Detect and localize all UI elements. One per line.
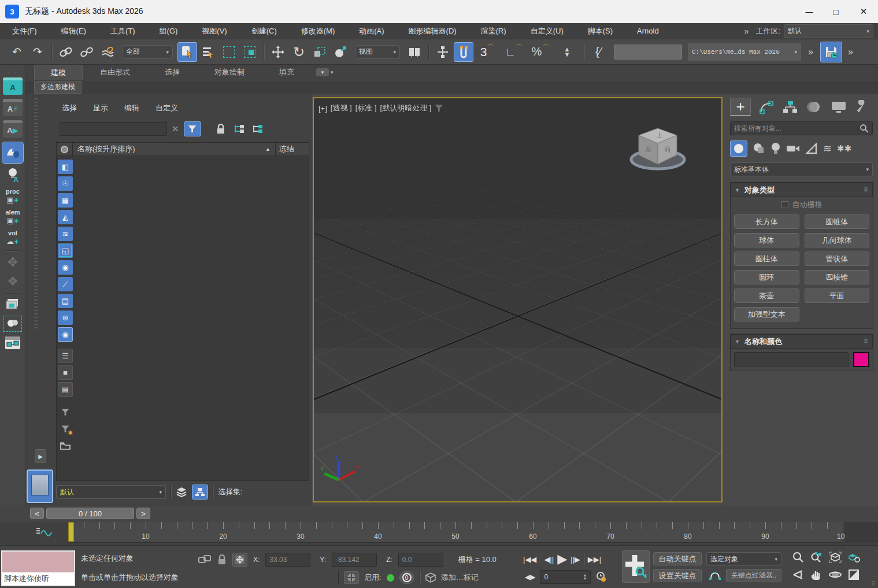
tab-utilities[interactable] xyxy=(855,100,870,114)
category-lights-button[interactable] xyxy=(770,142,781,155)
snaps-toggle-button[interactable] xyxy=(454,42,473,62)
tab-motion[interactable] xyxy=(806,100,823,114)
cone-button[interactable]: 圆锥体 xyxy=(805,215,870,229)
tab-selection[interactable]: 选择 xyxy=(147,67,197,77)
tab-hierarchy[interactable] xyxy=(782,100,798,114)
tab-modify[interactable] xyxy=(759,100,774,114)
arnold-volume-button[interactable]: vol☁+ xyxy=(6,230,19,246)
maxscript-listener-button[interactable]: {⁄ xyxy=(588,42,608,62)
expand-panel-button[interactable]: ▶ xyxy=(35,449,46,463)
go-to-end-button[interactable]: ▶▶| xyxy=(588,555,601,564)
clear-search-icon[interactable]: ✕ xyxy=(172,124,179,134)
panel-drag-handle[interactable] xyxy=(34,98,38,330)
percent-snap-button[interactable]: %⌒ xyxy=(528,42,553,62)
explorer-menu-customize[interactable]: 自定义 xyxy=(155,103,178,113)
named-selection-input[interactable] xyxy=(614,45,682,60)
arnold-procedural-button[interactable]: proc▣+ xyxy=(6,188,20,205)
name-color-rollout-header[interactable]: ▼ 名称和颜色 ⠿ xyxy=(731,334,873,349)
menu-arnold[interactable]: Arnold xyxy=(625,23,671,39)
enable-state-dot[interactable] xyxy=(387,574,394,582)
geosphere-button[interactable]: 几何球体 xyxy=(805,233,870,247)
coord-y-field[interactable]: -83.142 xyxy=(332,553,377,567)
select-and-move-button[interactable] xyxy=(268,42,288,62)
ribbon-panel-polymodeling[interactable]: 多边形建模 xyxy=(34,81,81,94)
maximize-viewport-toggle[interactable] xyxy=(846,568,861,582)
viewcube[interactable]: 上 左 前 xyxy=(626,121,690,179)
textplus-button[interactable]: 加强型文本 xyxy=(734,307,799,321)
cylinder-button[interactable]: 圆柱体 xyxy=(734,252,799,266)
viewport[interactable]: [+] [透视 ] [标准 ] [默认明暗处理 ] 上 左 前 z y x xyxy=(313,97,723,502)
close-button[interactable]: ✕ xyxy=(849,0,878,23)
viewport-standard-label[interactable]: [标准 ] xyxy=(355,103,377,113)
select-and-link-button[interactable] xyxy=(56,42,76,62)
explorer-list-body[interactable] xyxy=(56,156,309,481)
selected-filter-dropdown[interactable]: 选定对象 ▾ xyxy=(706,552,781,566)
explorer-filter-button[interactable] xyxy=(184,121,201,136)
explorer-lock-button[interactable] xyxy=(216,124,225,134)
torus-button[interactable]: 圆环 xyxy=(734,270,799,284)
use-pivot-point-button[interactable] xyxy=(405,42,424,62)
orbit-button[interactable] xyxy=(828,568,843,582)
new-key-settings-button[interactable] xyxy=(706,569,724,582)
time-slider-display[interactable]: 0 / 100 xyxy=(46,508,134,519)
listener-pink-pane[interactable] xyxy=(2,552,74,572)
maximize-button[interactable]: □ xyxy=(823,0,849,23)
primitive-category-dropdown[interactable]: 标准基本体 ▾ xyxy=(730,162,873,176)
autogrid-checkbox[interactable] xyxy=(781,201,788,208)
box-button[interactable]: 长方体 xyxy=(734,215,799,229)
save-scene-button[interactable] xyxy=(820,42,842,62)
arnold-renderview-button[interactable]: A xyxy=(3,77,23,95)
expand-hierarchy-button[interactable] xyxy=(234,124,245,134)
zoom-extents-button[interactable] xyxy=(828,550,843,564)
arnold-operator-button[interactable]: ✥ xyxy=(8,255,18,270)
frozen-column-header[interactable]: 冻结 xyxy=(275,143,309,156)
next-key-button[interactable]: ||▶ xyxy=(570,555,580,564)
fur-tool-button[interactable] xyxy=(2,142,24,164)
zoom-all-button[interactable] xyxy=(809,550,824,564)
menu-views[interactable]: 视图(V) xyxy=(190,23,239,39)
set-key-large-button[interactable] xyxy=(622,550,650,583)
tab-freeform[interactable]: 自由形式 xyxy=(83,67,147,77)
object-search-input[interactable]: 搜索所有对象... xyxy=(730,121,873,135)
category-spacewarps-button[interactable]: ≋ xyxy=(823,142,832,155)
display-helpers-toggle[interactable]: ◭ xyxy=(58,210,73,224)
project-folder-dropdown[interactable]: C:\Users\me…ds Max 2026 ▾ xyxy=(688,43,801,61)
category-helpers-button[interactable] xyxy=(805,143,818,154)
play-button[interactable]: ▶ xyxy=(557,552,567,567)
toolbar-overflow-chevrons[interactable]: » xyxy=(808,47,813,57)
display-bones-toggle[interactable]: ⟋ xyxy=(58,277,73,291)
toolbar-drag-handle[interactable]: ⋮⋮ xyxy=(7,68,18,73)
current-frame-field[interactable]: 0 ▲▼ xyxy=(540,570,591,584)
app-icon[interactable]: 3 xyxy=(5,5,19,19)
display-xrefs-toggle[interactable]: ◉ xyxy=(58,260,73,275)
set-key-button[interactable]: 设置关键点 xyxy=(653,569,702,582)
detail-view-button[interactable]: ▤ xyxy=(58,382,73,397)
auto-key-button[interactable]: 自动关键点 xyxy=(653,552,702,565)
curve-editor-mini-button[interactable] xyxy=(36,526,53,538)
select-by-name-button[interactable] xyxy=(198,42,218,62)
explorer-menu-select[interactable]: 选择 xyxy=(62,103,77,113)
tab-populate[interactable]: 填充 xyxy=(262,67,312,77)
menu-file[interactable]: 文件(F) xyxy=(0,23,49,39)
new-folder-button[interactable] xyxy=(58,438,73,453)
menu-rendering[interactable]: 渲染(R) xyxy=(469,23,518,39)
bind-to-space-warp-button[interactable] xyxy=(98,42,117,62)
sphere-button[interactable]: 球体 xyxy=(734,233,799,247)
tab-display[interactable] xyxy=(831,100,847,114)
select-object-button[interactable] xyxy=(177,42,197,62)
arnold-sequence-button[interactable]: A▶ xyxy=(3,120,23,138)
go-to-start-button[interactable]: |◀◀ xyxy=(523,555,536,564)
zoom-button[interactable] xyxy=(791,550,806,564)
zoom-extents-all-button[interactable] xyxy=(846,550,861,564)
display-cameras-toggle[interactable]: ▦ xyxy=(58,193,73,208)
next-frame-button[interactable]: > xyxy=(136,508,150,519)
coord-x-field[interactable]: 33.03 xyxy=(265,553,310,567)
filter-none-button[interactable] xyxy=(58,405,73,419)
select-and-place-button[interactable] xyxy=(331,42,350,62)
pan-button[interactable] xyxy=(809,568,824,582)
menu-tools[interactable]: 工具(T) xyxy=(98,23,147,39)
category-systems-button[interactable]: ✱✱ xyxy=(837,143,851,154)
object-name-input[interactable] xyxy=(734,352,849,367)
key-mode-toggle[interactable]: ◀▶ xyxy=(525,573,535,581)
display-shapes-toggle[interactable]: ◧ xyxy=(58,160,73,174)
